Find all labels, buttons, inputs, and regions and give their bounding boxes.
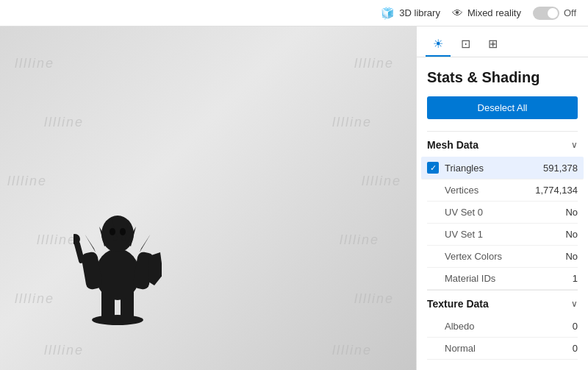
watermark: lllline bbox=[7, 174, 47, 189]
svg-point-10 bbox=[101, 216, 134, 252]
mesh-data-section: Mesh Data ∨ ✓ Triangles 591,378 Vertices… bbox=[427, 131, 578, 290]
vertex-colors-label: Vertex Colors bbox=[427, 251, 565, 262]
texture-data-title: Texture Data bbox=[427, 298, 489, 310]
uv-set-1-value: No bbox=[565, 229, 578, 240]
main-content: lllline lllline lllline lllline lllline … bbox=[0, 26, 588, 370]
tab-sun[interactable]: ☀ bbox=[426, 32, 451, 57]
normal-row: Normal 0 bbox=[427, 338, 578, 360]
svg-point-3 bbox=[96, 249, 140, 300]
uv-set-1-label: UV Set 1 bbox=[427, 229, 565, 240]
uv-set-0-value: No bbox=[565, 207, 578, 218]
watermark: lllline bbox=[362, 174, 401, 189]
normal-label: Normal bbox=[427, 343, 573, 354]
mesh-data-title: Mesh Data bbox=[427, 139, 478, 151]
triangles-label: Triangles bbox=[445, 163, 543, 174]
right-panel: ☀ ⊡ ⊞ Stats & Shading Deselect All Mesh … bbox=[416, 26, 588, 370]
albedo-row: Albedo 0 bbox=[427, 316, 578, 338]
watermark: lllline bbox=[354, 291, 394, 307]
mixed-reality-icon: 👁 bbox=[452, 7, 463, 19]
svg-point-15 bbox=[110, 228, 115, 235]
triangles-row[interactable]: ✓ Triangles 591,378 bbox=[421, 157, 584, 179]
svg-point-16 bbox=[120, 228, 126, 235]
vertices-row: Vertices 1,774,134 bbox=[427, 179, 578, 202]
albedo-value: 0 bbox=[573, 321, 578, 332]
svg-marker-5 bbox=[140, 234, 151, 252]
tab-monitor[interactable]: ⊡ bbox=[453, 32, 478, 57]
albedo-label: Albedo bbox=[427, 321, 573, 332]
watermark: lllline bbox=[44, 343, 84, 358]
watermark: lllline bbox=[44, 115, 84, 130]
uv-set-0-row: UV Set 0 No bbox=[427, 202, 578, 224]
library-icon: 🧊 bbox=[381, 7, 395, 20]
texture-data-header[interactable]: Texture Data ∨ bbox=[427, 290, 578, 316]
watermark: lllline bbox=[340, 232, 379, 248]
vertices-label: Vertices bbox=[427, 185, 535, 196]
material-ids-value: 1 bbox=[573, 273, 578, 284]
deselect-all-button[interactable]: Deselect All bbox=[427, 96, 578, 119]
watermark: lllline bbox=[354, 56, 394, 71]
toggle-label: Off bbox=[564, 7, 576, 18]
uv-set-1-row: UV Set 1 No bbox=[427, 224, 578, 246]
panel-tabs: ☀ ⊡ ⊞ bbox=[417, 26, 588, 57]
vertex-colors-value: No bbox=[565, 251, 578, 262]
texture-data-section: Texture Data ∨ Albedo 0 Normal 0 bbox=[427, 290, 578, 360]
material-ids-row: Material IDs 1 bbox=[427, 268, 578, 290]
material-ids-label: Material IDs bbox=[427, 273, 573, 284]
toggle-switch[interactable] bbox=[533, 7, 559, 20]
watermark: lllline bbox=[37, 232, 76, 248]
tab-grid[interactable]: ⊞ bbox=[481, 32, 505, 57]
watermark: lllline bbox=[332, 115, 372, 130]
mixed-reality-label: Mixed reality bbox=[467, 7, 521, 18]
library-label: 3D library bbox=[399, 7, 440, 18]
watermark: lllline bbox=[332, 343, 372, 358]
vertices-value: 1,774,134 bbox=[535, 185, 578, 196]
uv-set-0-label: UV Set 0 bbox=[427, 207, 565, 218]
watermark: lllline bbox=[15, 56, 54, 71]
mesh-data-header[interactable]: Mesh Data ∨ bbox=[427, 131, 578, 157]
watermark: lllline bbox=[15, 291, 54, 307]
panel-title: Stats & Shading bbox=[427, 69, 578, 86]
svg-marker-4 bbox=[85, 234, 96, 252]
svg-rect-8 bbox=[74, 241, 85, 263]
mesh-data-chevron: ∨ bbox=[571, 140, 578, 150]
toggle-container: Off bbox=[533, 7, 576, 20]
triangles-checkbox[interactable]: ✓ bbox=[427, 162, 439, 174]
vertex-colors-row: Vertex Colors No bbox=[427, 246, 578, 268]
panel-content: Stats & Shading Deselect All Mesh Data ∨… bbox=[417, 57, 588, 370]
normal-value: 0 bbox=[573, 343, 578, 354]
viewport[interactable]: lllline lllline lllline lllline lllline … bbox=[0, 26, 416, 370]
mixed-reality-button[interactable]: 👁 Mixed reality bbox=[452, 7, 521, 19]
triangles-value: 591,378 bbox=[543, 163, 578, 174]
svg-rect-6 bbox=[81, 251, 103, 290]
model-silhouette bbox=[74, 201, 162, 326]
svg-point-0 bbox=[92, 315, 143, 325]
top-bar: 🧊 3D library 👁 Mixed reality Off bbox=[0, 0, 588, 26]
library-button[interactable]: 🧊 3D library bbox=[381, 7, 440, 20]
texture-data-chevron: ∨ bbox=[571, 299, 578, 309]
